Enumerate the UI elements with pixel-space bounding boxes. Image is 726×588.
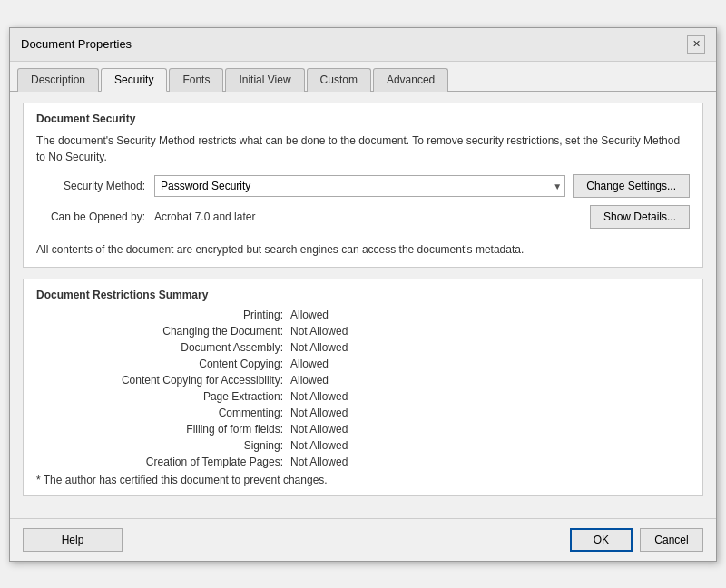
tab-description[interactable]: Description (17, 68, 99, 92)
title-bar: Document Properties ✕ (10, 28, 716, 62)
restrictions-title: Document Restrictions Summary (36, 289, 690, 301)
footer-right: OK Cancel (570, 528, 703, 552)
restrictions-row: Document Assembly:Not Allowed (36, 341, 690, 354)
dialog-footer: Help OK Cancel (10, 518, 716, 561)
restrictions-item-label: Creation of Template Pages: (36, 456, 290, 468)
dialog-title: Document Properties (21, 37, 132, 51)
restrictions-item-label: Commenting: (36, 407, 290, 419)
restrictions-row: Creation of Template Pages:Not Allowed (36, 456, 690, 468)
restrictions-row: Signing:Not Allowed (36, 439, 690, 452)
security-info-text: The document's Security Method restricts… (36, 132, 690, 165)
change-settings-button[interactable]: Change Settings... (573, 174, 690, 198)
tab-fonts[interactable]: Fonts (169, 68, 223, 92)
cancel-button[interactable]: Cancel (640, 528, 703, 552)
restrictions-item-label: Signing: (36, 439, 290, 452)
restrictions-section: Document Restrictions Summary Printing:A… (23, 279, 703, 496)
content-area: Document Security The document's Securit… (10, 92, 716, 518)
security-fields: Security Method: Password Security ▼ Cha… (36, 174, 690, 236)
security-note: All contents of the document are encrypt… (36, 241, 690, 258)
restrictions-row: Printing:Allowed (36, 309, 690, 321)
restrictions-item-value: Not Allowed (290, 341, 348, 354)
restrictions-row: Commenting:Not Allowed (36, 407, 690, 419)
restrictions-item-value: Not Allowed (290, 456, 348, 468)
security-method-label: Security Method: (36, 180, 154, 192)
tab-advanced[interactable]: Advanced (373, 68, 448, 92)
restrictions-item-label: Content Copying: (36, 358, 290, 370)
restrictions-table: Printing:AllowedChanging the Document:No… (36, 309, 690, 468)
restrictions-item-label: Document Assembly: (36, 341, 290, 354)
restrictions-item-label: Content Copying for Accessibility: (36, 374, 290, 387)
tab-custom[interactable]: Custom (307, 68, 371, 92)
restrictions-item-label: Page Extraction: (36, 390, 290, 403)
restrictions-item-value: Allowed (290, 309, 329, 321)
security-method-select-wrapper: Password Security ▼ (154, 175, 565, 197)
can-be-opened-row: Can be Opened by: Acrobat 7.0 and later … (36, 205, 690, 229)
help-button[interactable]: Help (23, 528, 123, 552)
close-button[interactable]: ✕ (687, 35, 705, 54)
document-security-title: Document Security (36, 113, 690, 125)
tab-initial-view[interactable]: Initial View (225, 68, 304, 92)
restrictions-row: Content Copying for Accessibility:Allowe… (36, 374, 690, 387)
security-method-row: Security Method: Password Security ▼ Cha… (36, 174, 690, 198)
document-properties-dialog: Document Properties ✕ Description Securi… (9, 27, 717, 562)
restrictions-item-value: Not Allowed (290, 407, 348, 419)
security-row: Security Method: Password Security ▼ Cha… (36, 174, 690, 236)
restrictions-footnote: * The author has certified this document… (36, 474, 690, 486)
restrictions-item-value: Not Allowed (290, 439, 348, 452)
restrictions-item-value: Not Allowed (290, 423, 348, 436)
restrictions-row: Page Extraction:Not Allowed (36, 390, 690, 403)
restrictions-item-value: Not Allowed (290, 325, 348, 338)
restrictions-row: Content Copying:Allowed (36, 358, 690, 370)
restrictions-item-label: Changing the Document: (36, 325, 290, 338)
restrictions-item-label: Printing: (36, 309, 290, 321)
tabs-row: Description Security Fonts Initial View … (10, 62, 716, 92)
restrictions-item-value: Allowed (290, 358, 329, 370)
restrictions-item-label: Filling of form fields: (36, 423, 290, 436)
restrictions-item-value: Not Allowed (290, 390, 348, 403)
document-security-section: Document Security The document's Securit… (23, 103, 703, 268)
restrictions-row: Changing the Document:Not Allowed (36, 325, 690, 338)
restrictions-row: Filling of form fields:Not Allowed (36, 423, 690, 436)
ok-button[interactable]: OK (570, 528, 633, 552)
show-details-button[interactable]: Show Details... (590, 205, 690, 229)
security-method-select[interactable]: Password Security (154, 175, 565, 197)
can-be-opened-value: Acrobat 7.0 and later (154, 211, 255, 223)
tab-security[interactable]: Security (101, 68, 167, 92)
restrictions-item-value: Allowed (290, 374, 329, 387)
can-be-opened-label: Can be Opened by: (36, 211, 154, 223)
